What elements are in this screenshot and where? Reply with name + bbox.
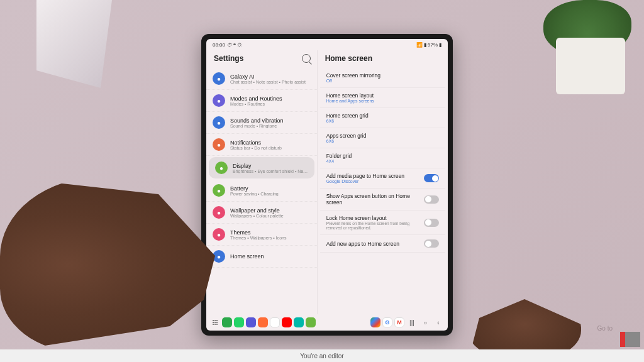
setting-item-notifications[interactable]: ●NotificationsStatus bar • Do not distur… bbox=[206, 134, 317, 156]
status-time: 08:00 bbox=[213, 42, 225, 48]
phone-app-icon[interactable] bbox=[222, 317, 232, 327]
desk-background: 08:00 ⏱ ☁ ⚙ 📶 ▮ 97% ▮ Settings ●Galaxy A… bbox=[0, 0, 644, 362]
back-button[interactable]: ‹ bbox=[433, 319, 444, 326]
setting-sub: Themes • Wallpapers • Icons bbox=[230, 236, 311, 240]
detail-item-show-apps-screen-button-on-hom[interactable]: Show Apps screen button on Home screen bbox=[320, 189, 445, 211]
home-button[interactable]: ○ bbox=[419, 319, 431, 326]
battery-text: 97% bbox=[428, 42, 438, 48]
detail-value: 4X4 bbox=[326, 159, 439, 163]
app-icon-white[interactable] bbox=[270, 317, 280, 327]
detail-label: Cover screen mirroring bbox=[326, 72, 439, 79]
setting-item-themes[interactable]: ●ThemesThemes • Wallpapers • Icons bbox=[206, 224, 317, 246]
detail-label: Home screen grid bbox=[326, 112, 439, 119]
setting-sub: Status bar • Do not disturb bbox=[230, 146, 311, 150]
app-icon-green[interactable] bbox=[306, 317, 316, 327]
setting-label: Themes bbox=[230, 229, 311, 236]
search-icon[interactable] bbox=[302, 54, 311, 63]
detail-list: Cover screen mirroringOffHome screen lay… bbox=[318, 68, 448, 314]
settings-right-pane: Home screen Cover screen mirroringOffHom… bbox=[318, 50, 448, 314]
setting-sub: Chat assist • Note assist • Photo assist bbox=[230, 80, 311, 84]
app-icon-orange[interactable] bbox=[258, 317, 268, 327]
status-icons-left: ⏱ ☁ ⚙ bbox=[227, 42, 242, 48]
setting-item-sounds-and-vibration[interactable]: ●Sounds and vibrationSound mode • Ringto… bbox=[206, 112, 317, 134]
setting-icon: ● bbox=[213, 138, 225, 151]
detail-item-cover-screen-mirroring[interactable]: Cover screen mirroringOff bbox=[320, 68, 445, 88]
editor-bar: You're an editor bbox=[0, 349, 644, 362]
setting-label: Battery bbox=[230, 185, 311, 192]
plant-prop bbox=[531, 0, 631, 94]
settings-title: Settings bbox=[214, 54, 243, 63]
status-bar: 08:00 ⏱ ☁ ⚙ 📶 ▮ 97% ▮ bbox=[206, 39, 448, 50]
setting-item-battery[interactable]: ●BatteryPower saving • Charging bbox=[206, 180, 317, 202]
battery-icon: ▮ bbox=[439, 42, 441, 48]
setting-sub: Sound mode • Ringtone bbox=[230, 124, 311, 128]
toggle-switch[interactable] bbox=[424, 219, 439, 227]
youtube-icon[interactable] bbox=[282, 317, 292, 327]
detail-item-lock-home-screen-layout[interactable]: Lock Home screen layoutPrevent items on … bbox=[320, 211, 445, 235]
setting-sub: Modes • Routines bbox=[230, 102, 311, 106]
setting-item-wallpaper-and-style[interactable]: ●Wallpaper and styleWallpapers • Colour … bbox=[206, 202, 317, 224]
whatsapp-icon[interactable] bbox=[234, 317, 244, 327]
toggle-switch[interactable] bbox=[424, 239, 439, 248]
toggle-switch[interactable] bbox=[424, 174, 439, 182]
detail-label: Show Apps screen button on Home screen bbox=[326, 193, 419, 206]
settings-left-pane: Settings ●Galaxy AIChat assist • Note as… bbox=[206, 50, 318, 314]
app-icon-teal[interactable] bbox=[294, 317, 304, 327]
detail-title: Home screen bbox=[325, 54, 372, 63]
setting-item-home-screen[interactable]: ●Home screen bbox=[206, 246, 317, 268]
gmail-icon[interactable]: M bbox=[394, 317, 404, 327]
detail-value: Google Discover bbox=[326, 179, 419, 184]
setting-icon: ● bbox=[215, 162, 228, 174]
detail-item-home-screen-grid[interactable]: Home screen grid6X6 bbox=[320, 108, 445, 128]
detail-label: Apps screen grid bbox=[326, 133, 439, 139]
wifi-icon: 📶 bbox=[416, 42, 423, 48]
signal-icon: ▮ bbox=[424, 42, 426, 48]
phone-screen: 08:00 ⏱ ☁ ⚙ 📶 ▮ 97% ▮ Settings ●Galaxy A… bbox=[206, 39, 448, 331]
apps-icon[interactable] bbox=[210, 317, 220, 327]
setting-item-display[interactable]: ●DisplayBrightness • Eye comfort shield … bbox=[209, 157, 314, 178]
setting-sub: Wallpapers • Colour palette bbox=[230, 214, 311, 218]
setting-icon: ● bbox=[213, 94, 225, 107]
detail-item-folder-grid[interactable]: Folder grid4X4 bbox=[320, 148, 445, 168]
setting-label: Sounds and vibration bbox=[230, 118, 311, 124]
detail-value: Home and Apps screens bbox=[326, 99, 439, 103]
corner-badge bbox=[620, 332, 640, 347]
detail-value: 6X6 bbox=[326, 119, 439, 123]
detail-value: 6X6 bbox=[326, 139, 439, 143]
glass-cube-prop bbox=[36, 0, 112, 88]
detail-label: Lock Home screen layout bbox=[326, 215, 419, 221]
detail-item-apps-screen-grid[interactable]: Apps screen grid6X6 bbox=[320, 128, 445, 148]
detail-label: Add new apps to Home screen bbox=[326, 241, 419, 247]
detail-label: Folder grid bbox=[326, 153, 439, 159]
setting-label: Home screen bbox=[230, 253, 311, 260]
app-icon-purple[interactable] bbox=[246, 317, 256, 327]
dock: G M ||| ○ ‹ bbox=[206, 314, 448, 331]
setting-icon: ● bbox=[213, 206, 225, 219]
detail-item-add-media-page-to-home-screen[interactable]: Add media page to Home screenGoogle Disc… bbox=[320, 168, 445, 189]
setting-icon: ● bbox=[213, 72, 225, 85]
setting-label: Wallpaper and style bbox=[230, 207, 311, 214]
toggle-switch[interactable] bbox=[424, 195, 439, 204]
detail-item-add-new-apps-to-home-screen[interactable]: Add new apps to Home screen bbox=[320, 235, 445, 253]
detail-label: Home screen layout bbox=[326, 92, 439, 99]
setting-item-galaxy-ai[interactable]: ●Galaxy AIChat assist • Note assist • Ph… bbox=[206, 68, 317, 90]
play-store-icon[interactable] bbox=[370, 317, 380, 327]
detail-value: Off bbox=[326, 79, 439, 83]
settings-list: ●Galaxy AIChat assist • Note assist • Ph… bbox=[206, 68, 317, 314]
setting-label: Display bbox=[233, 163, 308, 169]
left-hand bbox=[0, 177, 226, 353]
detail-desc: Prevent items on the Home screen from be… bbox=[326, 221, 419, 230]
detail-item-home-screen-layout[interactable]: Home screen layoutHome and Apps screens bbox=[320, 88, 445, 108]
setting-label: Notifications bbox=[230, 140, 311, 146]
setting-sub: Power saving • Charging bbox=[230, 192, 311, 196]
setting-icon: ● bbox=[213, 184, 225, 197]
setting-item-modes-and-routines[interactable]: ●Modes and RoutinesModes • Routines bbox=[206, 90, 317, 112]
editor-label: You're an editor bbox=[300, 353, 343, 359]
setting-icon: ● bbox=[213, 116, 225, 129]
recents-button[interactable]: ||| bbox=[406, 319, 418, 326]
watermark-text: Go to bbox=[597, 325, 613, 332]
setting-sub: Brightness • Eye comfort shield • Naviga… bbox=[233, 169, 308, 173]
setting-icon: ● bbox=[213, 228, 225, 241]
setting-label: Modes and Routines bbox=[230, 96, 311, 102]
google-icon[interactable]: G bbox=[382, 317, 392, 327]
